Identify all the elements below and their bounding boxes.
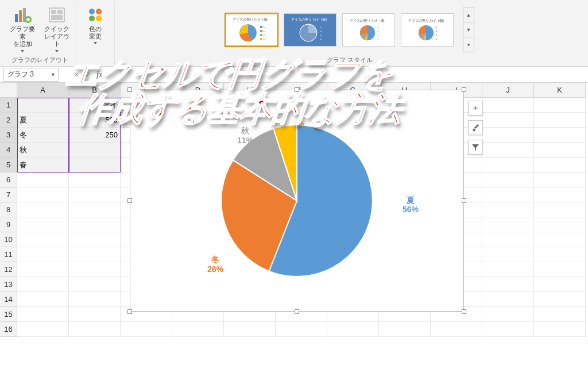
cell[interactable]	[482, 158, 534, 172]
add-chart-element-button[interactable]: グラフ要素 を追加	[7, 3, 38, 52]
cell[interactable]	[17, 232, 69, 247]
style-gallery-scroll[interactable]: ▲ ▼ ▾	[463, 7, 474, 52]
cell[interactable]	[482, 247, 534, 262]
cell[interactable]	[172, 322, 224, 337]
cell[interactable]	[69, 262, 121, 277]
row-header[interactable]: 4	[0, 143, 17, 158]
select-all-corner[interactable]	[0, 83, 17, 98]
cell[interactable]	[17, 322, 69, 337]
cell[interactable]: 500	[69, 113, 121, 128]
cell[interactable]	[482, 98, 534, 113]
chevron-down-icon[interactable]: ▼	[51, 72, 56, 78]
cell[interactable]	[17, 277, 69, 292]
row-header[interactable]: 8	[0, 202, 17, 217]
chart-elements-button[interactable]: ＋	[468, 101, 483, 116]
row-header[interactable]: 7	[0, 187, 17, 202]
cell[interactable]	[482, 113, 534, 128]
cell[interactable]	[534, 113, 586, 128]
cell[interactable]	[69, 322, 121, 337]
formula-input[interactable]	[108, 68, 588, 82]
gallery-up-icon[interactable]: ▲	[463, 7, 474, 22]
cell[interactable]	[534, 202, 586, 217]
name-box[interactable]: グラフ 3 ▼	[3, 68, 59, 82]
row-header[interactable]: 5	[0, 158, 17, 172]
cell[interactable]	[69, 277, 121, 292]
cell[interactable]	[534, 143, 586, 158]
col-header[interactable]: B	[69, 83, 121, 98]
cell[interactable]	[534, 232, 586, 247]
cell[interactable]	[534, 172, 586, 187]
cell[interactable]	[534, 292, 586, 307]
cell[interactable]	[534, 277, 586, 292]
cell[interactable]	[534, 322, 586, 337]
row-header[interactable]: 15	[0, 307, 17, 322]
row-header[interactable]: 6	[0, 172, 17, 187]
change-colors-button[interactable]: 色の 変更	[80, 3, 111, 44]
cell[interactable]	[17, 247, 69, 262]
gallery-down-icon[interactable]: ▼	[463, 22, 474, 37]
cell[interactable]	[482, 128, 534, 143]
cell[interactable]	[69, 307, 121, 322]
row-header[interactable]: 14	[0, 292, 17, 307]
cell[interactable]	[17, 262, 69, 277]
cell[interactable]	[482, 187, 534, 202]
cell[interactable]	[69, 217, 121, 232]
row-header[interactable]: 10	[0, 232, 17, 247]
cell[interactable]	[379, 322, 431, 337]
cell[interactable]: 冬	[17, 128, 69, 143]
col-header[interactable]: K	[534, 83, 586, 98]
cell[interactable]	[534, 307, 586, 322]
cell[interactable]	[482, 307, 534, 322]
cell[interactable]	[431, 322, 482, 337]
enter-icon[interactable]: ✓	[85, 71, 91, 79]
cell[interactable]	[534, 247, 586, 262]
quick-layout-button[interactable]: クイック レイアウト	[41, 3, 72, 52]
cell[interactable]	[276, 322, 327, 337]
cell[interactable]	[534, 262, 586, 277]
cell[interactable]: 秋	[17, 143, 69, 158]
cell[interactable]	[534, 187, 586, 202]
cell[interactable]	[69, 202, 121, 217]
cell[interactable]	[69, 292, 121, 307]
cell[interactable]	[482, 277, 534, 292]
cell[interactable]	[69, 232, 121, 247]
cell[interactable]	[121, 322, 172, 337]
cell[interactable]	[482, 202, 534, 217]
cell[interactable]	[69, 172, 121, 187]
cell[interactable]	[482, 262, 534, 277]
cell[interactable]	[17, 187, 69, 202]
fx-icon[interactable]: fx	[96, 70, 102, 79]
cell[interactable]	[482, 217, 534, 232]
cell[interactable]	[482, 143, 534, 158]
row-header[interactable]: 3	[0, 128, 17, 143]
row-header[interactable]: 13	[0, 277, 17, 292]
cell[interactable]	[17, 202, 69, 217]
cell[interactable]	[482, 172, 534, 187]
cell[interactable]: 夏	[17, 113, 69, 128]
cell[interactable]	[17, 98, 69, 113]
cell[interactable]	[17, 217, 69, 232]
cell[interactable]	[534, 98, 586, 113]
col-header[interactable]: A	[17, 83, 69, 98]
row-header[interactable]: 1	[0, 98, 17, 113]
chart-style-1-thumb[interactable]: アイスの売り上げ（個） •• ••	[225, 13, 278, 47]
cell[interactable]	[69, 247, 121, 262]
cell[interactable]	[224, 322, 276, 337]
cell[interactable]	[69, 143, 121, 158]
chart-object[interactable]: 夏 56% 冬 28% 秋 11% 5% ＋	[130, 90, 464, 312]
cancel-icon[interactable]: ✕	[74, 71, 79, 79]
cell[interactable]	[327, 322, 379, 337]
row-header[interactable]: 12	[0, 262, 17, 277]
cell[interactable]	[534, 128, 586, 143]
cell[interactable]	[534, 158, 586, 172]
cell[interactable]	[534, 217, 586, 232]
cell[interactable]	[482, 232, 534, 247]
row-header[interactable]: 16	[0, 322, 17, 337]
gallery-more-icon[interactable]: ▾	[463, 37, 474, 52]
chart-filter-button[interactable]	[468, 140, 483, 155]
cell[interactable]: 250	[69, 128, 121, 143]
cell[interactable]	[17, 172, 69, 187]
cell[interactable]	[69, 187, 121, 202]
chart-style-2-thumb[interactable]: アイスの売り上げ（個） ••••	[284, 13, 336, 47]
row-header[interactable]: 2	[0, 113, 17, 128]
